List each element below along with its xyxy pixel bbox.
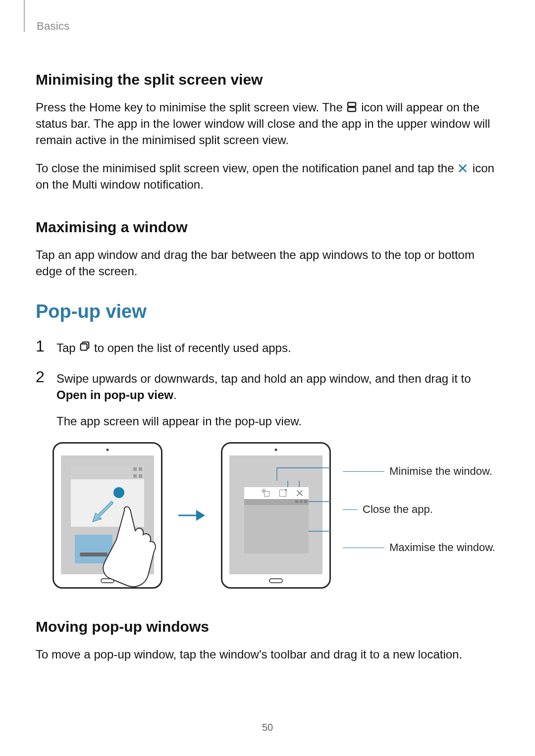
- step-1: 1 Tap to open the list of recently used …: [36, 338, 499, 356]
- svg-rect-4: [81, 344, 87, 350]
- callout-maximise: Maximise the window.: [343, 541, 495, 554]
- heading-popup-view: Pop-up view: [36, 301, 499, 322]
- transition-arrow-icon: [177, 507, 206, 524]
- callout-minimise: Minimise the window.: [343, 465, 495, 478]
- paragraph-minimise-1: Press the Home key to minimise the split…: [36, 99, 499, 148]
- text-fragment: Press the Home key to minimise the split…: [36, 101, 346, 114]
- recents-icon: [79, 341, 94, 354]
- svg-rect-0: [348, 102, 356, 106]
- paragraph-minimise-2: To close the minimised split screen view…: [36, 160, 499, 193]
- popup-close-icon: [296, 489, 304, 497]
- heading-maximising: Maximising a window: [36, 219, 499, 236]
- callout-close: Close the app.: [343, 503, 495, 516]
- heading-minimising: Minimising the split screen view: [36, 71, 499, 88]
- svg-marker-7: [196, 510, 205, 521]
- popup-maximise-icon: [279, 489, 287, 497]
- illustration-popup-toolbar: [244, 487, 309, 499]
- text-fragment: To close the minimised split screen view…: [36, 161, 457, 175]
- page-number: 50: [262, 722, 273, 733]
- step-2: 2 Swipe upwards or downwards, tap and ho…: [36, 369, 499, 429]
- text-fragment: Tap: [56, 341, 79, 354]
- illustration-popup-view: Minimise the window. Close the app. Maxi…: [53, 442, 499, 589]
- step-number: 2: [36, 369, 48, 429]
- svg-rect-1: [348, 107, 356, 111]
- callout-label: Minimise the window.: [384, 465, 492, 478]
- text-fragment: Swipe upwards or downwards, tap and hold…: [56, 372, 471, 385]
- text-fragment: to open the list of recently used apps.: [94, 341, 291, 354]
- illustration-tablet-right: [221, 442, 331, 589]
- paragraph-moving-popup: To move a pop-up window, tap the window'…: [36, 646, 499, 662]
- text-bold-open-in-popup: Open in pop-up view: [56, 388, 173, 402]
- illustration-tablet-left: [53, 442, 162, 589]
- callout-label: Close the app.: [358, 503, 433, 516]
- callout-label: Maximise the window.: [384, 541, 495, 554]
- hand-gesture-icon: [90, 496, 164, 590]
- step-number: 1: [36, 338, 48, 356]
- breadcrumb: Basics: [37, 20, 499, 33]
- close-x-icon: [457, 161, 469, 173]
- illustration-popup-window: [244, 499, 309, 554]
- step-2-subtext: The app screen will appear in the pop-up…: [56, 413, 499, 429]
- text-fragment: .: [173, 388, 177, 402]
- heading-moving-popup: Moving pop-up windows: [36, 618, 499, 635]
- popup-minimise-icon: [262, 489, 270, 497]
- paragraph-maximise: Tap an app window and drag the bar betwe…: [36, 247, 499, 279]
- split-screen-icon: [346, 101, 358, 112]
